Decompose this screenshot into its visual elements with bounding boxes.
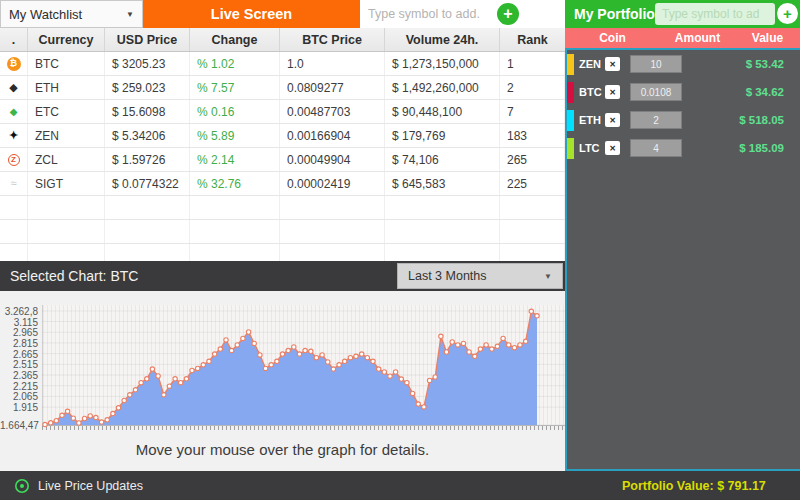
y-axis-tick-label: 2.065 <box>0 391 38 402</box>
btc-price-cell: 0.00166904 <box>280 124 385 147</box>
currency-cell: SIGT <box>28 172 105 195</box>
column-header-dot[interactable]: . <box>0 28 28 51</box>
portfolio-column-value: Value <box>735 31 800 45</box>
sigt-icon: ≈ <box>7 177 21 191</box>
y-axis-tick-label: 2.665 <box>0 349 38 360</box>
btc-price-cell: 0.0809277 <box>280 76 385 99</box>
caret-down-icon: ▼ <box>544 272 552 281</box>
coin-cell: ₿ <box>0 52 28 75</box>
zen-icon: ✦ <box>7 129 21 143</box>
watchlist-empty-row <box>0 220 565 244</box>
column-header-usd-price[interactable]: USD Price <box>105 28 190 51</box>
watchlist-empty-row <box>0 244 565 261</box>
coin-cell: ✦ <box>0 124 28 147</box>
crypto-app-window: My Watchlist ▼ Live Screen + . Currency … <box>0 0 800 500</box>
y-axis-tick-label: 3.262,8 <box>0 306 38 317</box>
chart-period-value: Last 3 Months <box>408 269 487 283</box>
watchlist-row[interactable]: ✦ZEN$ 5.34206% 5.890.00166904$ 179,76918… <box>0 124 565 148</box>
y-axis-tick-label: 1.915 <box>0 402 38 413</box>
chart-region: 3.262,83.1152.9652.8152.6652.5152.3652.2… <box>0 291 565 471</box>
caret-down-icon: ▼ <box>126 10 134 19</box>
usd-price-cell: $ 1.59726 <box>105 148 190 171</box>
btc-icon: ₿ <box>7 57 21 71</box>
live-broadcast-icon <box>14 478 30 494</box>
btc-price-cell: 1.0 <box>280 52 385 75</box>
rank-cell: 225 <box>500 172 565 195</box>
portfolio-list: ZEN✕$ 53.42BTC✕$ 34.62ETH✕$ 518.05LTC✕$ … <box>565 48 800 471</box>
watchlist-table-body: ₿BTC$ 3205.23% 1.021.0$ 1,273,150,0001◆E… <box>0 52 565 261</box>
portfolio-coin-label: BTC <box>579 86 602 98</box>
selected-chart-label: Selected Chart: BTC <box>10 268 138 284</box>
selected-chart-bar: Selected Chart: BTC Last 3 Months ▼ <box>0 261 565 291</box>
coin-value: $ 34.62 <box>746 86 784 98</box>
usd-price-cell: $ 259.023 <box>105 76 190 99</box>
currency-cell: ZEN <box>28 124 105 147</box>
volume-cell: $ 1,492,260,000 <box>385 76 500 99</box>
amount-input[interactable] <box>630 111 682 129</box>
watchlist-row[interactable]: ₿BTC$ 3205.23% 1.021.0$ 1,273,150,0001 <box>0 52 565 76</box>
btc-price-cell: 0.00049904 <box>280 148 385 171</box>
watchlist-row[interactable]: ◆ETH$ 259.023% 7.570.0809277$ 1,492,260,… <box>0 76 565 100</box>
rank-cell: 7 <box>500 100 565 123</box>
coin-color-bar <box>567 138 574 159</box>
remove-coin-button[interactable]: ✕ <box>605 113 620 127</box>
y-axis-tick-label: 1.664,47 <box>0 420 38 431</box>
coin-color-bar <box>567 54 574 75</box>
amount-input[interactable] <box>630 55 682 73</box>
watchlist-header-row: . Currency USD Price Change BTC Price Vo… <box>0 28 565 52</box>
y-axis-tick-label: 2.515 <box>0 359 38 370</box>
portfolio-coin-label: ZEN <box>579 58 601 70</box>
plus-icon: + <box>503 6 512 22</box>
volume-cell: $ 90,448,100 <box>385 100 500 123</box>
remove-coin-button[interactable]: ✕ <box>605 85 620 99</box>
portfolio-value-text: Portfolio Value: $ 791.17 <box>622 479 766 493</box>
column-header-btc-price[interactable]: BTC Price <box>280 28 385 51</box>
watchlist-row[interactable]: ◆ETC$ 15.6098% 0.160.00487703$ 90,448,10… <box>0 100 565 124</box>
watchlist-row[interactable]: ≈SIGT$ 0.0774322% 32.760.00002419$ 645,5… <box>0 172 565 196</box>
zcl-icon: Z <box>8 154 20 166</box>
portfolio-column-coin: Coin <box>565 31 660 45</box>
usd-price-cell: $ 3205.23 <box>105 52 190 75</box>
amount-input[interactable] <box>630 139 682 157</box>
portfolio-row: LTC✕$ 185.09 <box>567 135 800 162</box>
remove-coin-button[interactable]: ✕ <box>605 141 620 155</box>
column-header-rank[interactable]: Rank <box>500 28 565 51</box>
currency-cell: BTC <box>28 52 105 75</box>
portfolio-header: My Portfolio + <box>565 0 800 28</box>
remove-coin-button[interactable]: ✕ <box>605 57 620 71</box>
portfolio-coin-label: ETH <box>579 114 601 126</box>
live-screen-title: Live Screen <box>143 0 360 28</box>
coin-cell: Z <box>0 148 28 171</box>
coin-color-bar <box>567 110 574 131</box>
rank-cell: 265 <box>500 148 565 171</box>
amount-input[interactable] <box>630 83 682 101</box>
add-symbol-button[interactable]: + <box>497 3 519 25</box>
btc-area-chart[interactable] <box>42 305 568 431</box>
column-header-volume[interactable]: Volume 24h. <box>385 28 500 51</box>
volume-cell: $ 74,106 <box>385 148 500 171</box>
chart-period-dropdown[interactable]: Last 3 Months ▼ <box>397 263 563 289</box>
column-header-currency[interactable]: Currency <box>28 28 105 51</box>
column-header-change[interactable]: Change <box>190 28 280 51</box>
change-cell: % 2.14 <box>190 148 280 171</box>
rank-cell: 183 <box>500 124 565 147</box>
coin-value: $ 518.05 <box>739 114 784 126</box>
top-bar: My Watchlist ▼ Live Screen + <box>0 0 565 28</box>
portfolio-columns-header: Coin Amount Value <box>565 28 800 48</box>
etc-icon: ◆ <box>7 105 21 119</box>
status-bar: Live Price Updates Portfolio Value: $ 79… <box>0 471 800 500</box>
watchlist-row[interactable]: ZZCL$ 1.59726% 2.140.00049904$ 74,106265 <box>0 148 565 172</box>
portfolio-add-button[interactable]: + <box>777 3 798 24</box>
volume-cell: $ 1,273,150,000 <box>385 52 500 75</box>
coin-cell: ◆ <box>0 100 28 123</box>
btc-price-cell: 0.00002419 <box>280 172 385 195</box>
watchlist-dropdown[interactable]: My Watchlist ▼ <box>0 0 143 28</box>
add-symbol-input[interactable] <box>360 0 492 28</box>
watchlist-empty-row <box>0 196 565 220</box>
portfolio-add-symbol-input[interactable] <box>655 3 775 25</box>
change-cell: % 1.02 <box>190 52 280 75</box>
coin-cell: ◆ <box>0 76 28 99</box>
eth-icon: ◆ <box>7 81 21 95</box>
volume-cell: $ 645,583 <box>385 172 500 195</box>
portfolio-panel: My Portfolio + Coin Amount Value ZEN✕$ 5… <box>565 0 800 471</box>
